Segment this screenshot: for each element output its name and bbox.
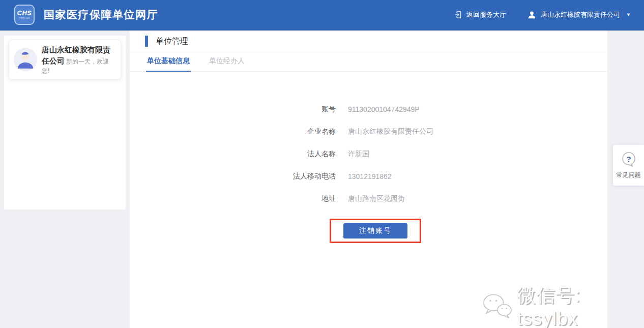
field-label: 法人名称 [130, 150, 336, 159]
tab-unit-agent[interactable]: 单位经办人 [208, 56, 246, 71]
app-header: CHS 中国医疗保障 国家医疗保障单位网厅 返回服务大厅 [0, 0, 644, 31]
field-label: 企业名称 [130, 127, 336, 136]
back-link-label: 返回服务大厅 [466, 10, 506, 19]
user-card: 唐山永红橡胶有限责任公司新的一天，欢迎您! [9, 40, 121, 79]
field-label: 账号 [130, 105, 336, 114]
main-content: 单位管理 单位基础信息 单位经办人 账号 91130200104742949P … [130, 31, 607, 328]
question-bubble-icon: ? [621, 152, 636, 167]
unit-info-form: 账号 91130200104742949P 企业名称 唐山永红橡胶有限责任公司 … [130, 104, 607, 216]
svg-text:?: ? [626, 155, 631, 163]
header-right: 返回服务大厅 唐山永红橡胶有限责任公司 ▼ [454, 10, 644, 19]
page-title: 单位管理 [156, 36, 188, 47]
logo-text: CHS [17, 10, 32, 16]
logo-subtext: 中国医疗保障 [19, 17, 30, 19]
back-to-hall-link[interactable]: 返回服务大厅 [454, 10, 506, 19]
form-row-address: 地址 唐山路南区花园街 [130, 194, 607, 204]
page-title-row: 单位管理 [130, 31, 607, 52]
title-accent-bar [145, 36, 148, 47]
tabs: 单位基础信息 单位经办人 [130, 52, 607, 72]
user-name-label: 唐山永红橡胶有限责任公司 [541, 10, 620, 19]
user-menu[interactable]: 唐山永红橡胶有限责任公司 ▼ [528, 10, 631, 19]
field-value: 许新国 [348, 150, 369, 159]
chevron-down-icon: ▼ [626, 12, 631, 17]
deregister-account-button[interactable]: 注销账号 [343, 223, 407, 238]
faq-label: 常见问题 [617, 171, 641, 180]
page: CHS 中国医疗保障 国家医疗保障单位网厅 返回服务大厅 [0, 0, 644, 328]
field-value: 唐山永红橡胶有限责任公司 [348, 127, 433, 136]
user-card-text: 唐山永红橡胶有限责任公司新的一天，欢迎您! [42, 44, 116, 75]
app-title: 国家医疗保障单位网厅 [44, 8, 158, 22]
app-logo-icon: CHS 中国医疗保障 [14, 5, 35, 25]
tab-unit-basic-info[interactable]: 单位基础信息 [146, 56, 191, 71]
field-value: 唐山路南区花园街 [348, 194, 405, 203]
form-row-company-name: 企业名称 唐山永红橡胶有限责任公司 [130, 127, 607, 137]
field-value: 91130200104742949P [348, 105, 420, 113]
field-label: 法人移动电话 [130, 172, 336, 181]
form-row-legal-person: 法人名称 许新国 [130, 149, 607, 159]
annotation-red-box: 注销账号 [330, 219, 421, 243]
form-row-account: 账号 91130200104742949P [130, 104, 607, 114]
faq-button[interactable]: ? 常见问题 [613, 145, 644, 186]
field-value: 13012191862 [348, 172, 392, 181]
user-icon [528, 11, 536, 19]
sidebar: 唐山永红橡胶有限责任公司新的一天，欢迎您! [4, 36, 126, 210]
form-row-legal-phone: 法人移动电话 13012191862 [130, 171, 607, 182]
exit-document-icon [454, 11, 462, 19]
field-label: 地址 [130, 194, 336, 203]
avatar [14, 48, 37, 71]
